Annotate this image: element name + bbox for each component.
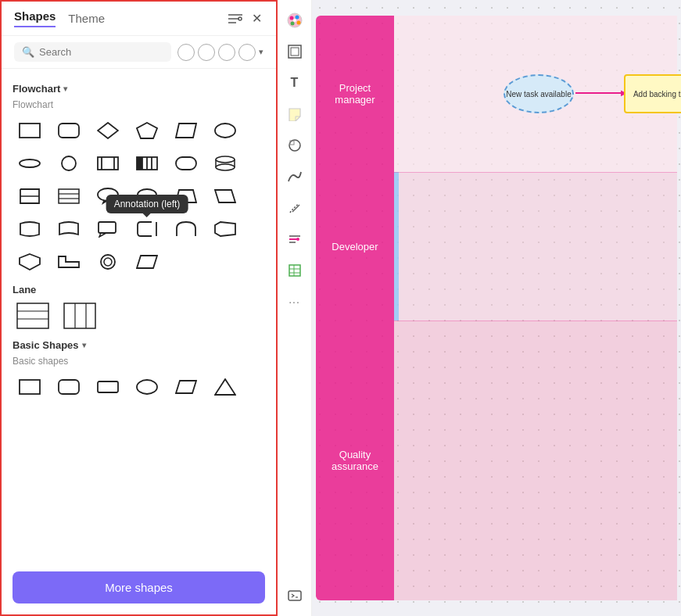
shape-speech-bubble[interactable] [91,182,125,210]
row-bg-developer [394,172,677,321]
row-label-project-manager: Project manager [316,16,394,172]
circle-btn-1[interactable] [177,44,195,61]
basic-rounded-rect[interactable] [52,373,86,401]
more-tools[interactable]: ··· [281,288,309,316]
basic-shapes-arrow-icon: ▾ [82,341,86,349]
shape-striped[interactable] [130,149,164,177]
svg-point-24 [216,164,235,170]
svg-point-41 [104,258,112,266]
circle-btn-2[interactable] [198,44,215,61]
palette-tool[interactable] [281,6,309,34]
shape-curved-rect[interactable] [13,215,47,243]
tab-shapes[interactable]: Shapes [14,9,56,27]
shape-thought-bubble[interactable] [130,182,164,210]
basic-shapes-subtitle: Basic shapes [13,356,265,367]
filter-icon[interactable] [227,12,244,26]
shape-parallelogram[interactable] [169,116,203,145]
svg-point-63 [289,140,300,151]
svg-point-59 [290,22,294,26]
shape-double-circle[interactable] [91,248,125,276]
shape-cylinder[interactable] [208,149,242,177]
basic-triangle[interactable] [208,373,242,401]
tab-theme[interactable]: Theme [68,12,105,25]
svg-rect-61 [289,45,301,58]
chevron-down-icon[interactable]: ▾ [259,47,263,57]
shape-rounded-rect[interactable] [52,116,86,145]
shape-callout[interactable] [91,215,125,243]
shape-skewed-rect[interactable] [208,182,242,210]
shape-tool[interactable] [281,131,309,159]
node-new-task[interactable]: New task available [504,74,574,113]
shape-diamond[interactable] [91,116,125,145]
table-tool[interactable] [281,256,309,285]
vertical-toolbar: T [278,0,312,616]
basic-parallelogram[interactable] [169,373,203,401]
frame-tool[interactable] [281,38,309,66]
shape-skewed-parallelogram[interactable] [130,248,164,276]
lane-shapes-grid [13,300,265,331]
row-bg-qa [394,321,677,600]
developer-stripe [394,172,399,321]
canvas-area[interactable]: Project manager New task available ▶ Add… [312,0,681,616]
flowchart-arrow-icon: ▾ [63,84,67,93]
svg-marker-42 [137,256,157,268]
svg-point-11 [62,156,76,170]
shape-irregular[interactable] [208,215,242,243]
svg-rect-26 [59,189,79,203]
svg-point-9 [215,124,235,138]
basic-rect-2[interactable] [91,373,125,401]
svg-rect-12 [98,157,118,170]
flowchart-section-title[interactable]: Flowchart ▾ [13,83,265,95]
shape-bracket[interactable] [13,182,47,210]
shape-flag[interactable] [52,215,86,243]
basic-shapes-section-title[interactable]: Basic Shapes ▾ [13,339,265,351]
crop-tool[interactable] [281,225,309,253]
node-add-backing-task[interactable]: Add backing task [624,74,681,113]
shape-buttons: ▾ [177,44,263,61]
circle-btn-3[interactable] [218,44,235,61]
shape-oval[interactable] [208,116,242,145]
svg-point-29 [98,188,118,201]
sticky-note-tool[interactable] [281,100,309,128]
shape-rounded-corners[interactable] [169,149,203,177]
svg-rect-4 [20,124,40,138]
svg-rect-43 [17,303,48,328]
shape-annotation-left[interactable]: Annotation (left) [130,215,164,243]
lane-vertical[interactable] [59,300,100,331]
header-actions: ✕ [227,9,263,27]
basic-rect[interactable] [13,373,47,401]
circle-btn-4[interactable] [238,44,256,61]
svg-rect-69 [289,265,300,276]
shape-rectangle[interactable] [13,116,47,145]
search-input-wrapper: 🔍 [14,42,171,62]
search-icon: 🔍 [22,46,34,58]
curve-tool[interactable] [281,163,309,191]
close-icon[interactable]: ✕ [250,9,263,27]
lane-horizontal[interactable] [13,300,53,331]
embed-tool[interactable] [281,582,309,610]
text-tool[interactable]: T [281,69,309,97]
pen-tool[interactable] [281,194,309,222]
divider-1 [394,172,677,173]
svg-point-32 [141,200,145,204]
svg-rect-50 [59,380,79,394]
flowchart-shapes-grid: Annotation (left) [13,116,265,276]
svg-point-57 [295,16,299,20]
search-input[interactable] [39,46,163,58]
svg-point-21 [216,156,235,163]
shape-shield[interactable] [13,248,47,276]
svg-point-3 [238,17,242,20]
shape-pentagon[interactable] [130,116,164,145]
basic-oval[interactable] [130,373,164,401]
svg-rect-46 [64,303,95,328]
shape-thin-oval[interactable] [13,149,47,177]
shape-trapezoid[interactable] [169,182,203,210]
svg-rect-35 [99,222,116,233]
shape-grid[interactable] [52,182,86,210]
shape-double-bar[interactable] [91,149,125,177]
shape-step[interactable] [52,248,86,276]
shape-arch[interactable] [169,215,203,243]
shape-circle[interactable] [52,149,86,177]
more-shapes-button[interactable]: More shapes [13,571,265,603]
lane-section-title[interactable]: Lane [13,284,265,295]
